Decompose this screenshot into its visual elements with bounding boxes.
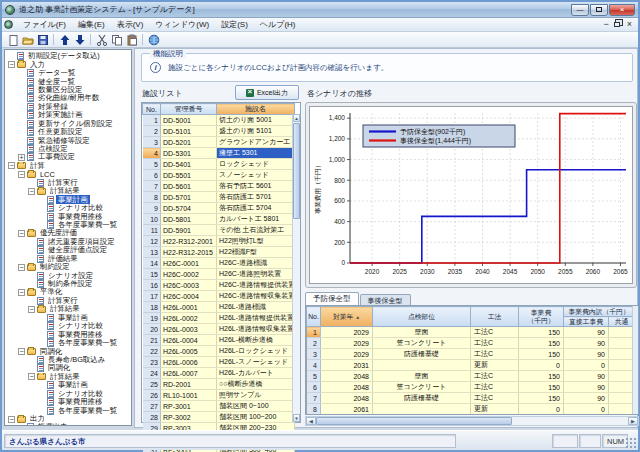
tree-item[interactable]: 緊急補修等設定: [5, 136, 131, 144]
tree-item[interactable]: −優先度評価: [5, 229, 131, 237]
scroll-up-icon[interactable]: ▲: [293, 114, 300, 122]
collapse-icon[interactable]: −: [18, 171, 25, 178]
facility-row[interactable]: 24H26L-0007H26L-カルバート: [143, 368, 295, 379]
tree-item[interactable]: −制約設定: [5, 263, 131, 271]
plan-col-method[interactable]: 工法: [471, 307, 519, 327]
facility-row[interactable]: 7DD-5601落石予防工 5601: [143, 181, 295, 192]
horizontal-scroll-thumb[interactable]: [316, 417, 512, 425]
facility-row[interactable]: 25RD-2001○○横断歩道橋: [143, 379, 295, 390]
menu-item[interactable]: ヘルプ(H): [254, 18, 302, 31]
tree-item[interactable]: 諸元重要度項目設定: [5, 238, 131, 246]
facility-row[interactable]: 26RL10-1001照明サンプル: [143, 390, 295, 401]
facility-row[interactable]: 20H26L-0003H26L-道路情報収集装置: [143, 324, 295, 335]
tree-item[interactable]: 更新サイクル個別設定: [5, 120, 131, 128]
facility-row[interactable]: 4DD-5301擁壁工 5301: [143, 148, 295, 159]
facility-col-id[interactable]: 管理番号: [161, 104, 217, 115]
facility-row[interactable]: 19H26L-0002H26L-道路情報提供装置: [143, 313, 295, 324]
plan-col-year[interactable]: 対策年 ▲: [321, 307, 373, 327]
tree-item[interactable]: 計算実行: [5, 179, 131, 187]
excel-export-button[interactable]: Excel出力: [235, 85, 299, 100]
tree-item[interactable]: 事業計画: [5, 195, 131, 203]
tree-item[interactable]: シナリオ比較: [5, 390, 131, 398]
tab-corrective[interactable]: 事後保全型: [360, 294, 411, 305]
plan-row[interactable]: 82061更新00: [307, 404, 635, 415]
facility-row[interactable]: 22H26L-0005H26L-ロックシェッド: [143, 346, 295, 357]
move-down-button[interactable]: [72, 33, 87, 47]
expand-icon[interactable]: +: [18, 154, 25, 161]
tree-item[interactable]: 数量区分設定: [5, 86, 131, 94]
collapse-icon[interactable]: −: [8, 416, 15, 423]
facility-row[interactable]: 12H22-R312-2001H22照明灯L型: [143, 236, 295, 247]
collapse-icon[interactable]: −: [8, 61, 15, 68]
plan-horizontal-scrollbar[interactable]: ◀ ▶: [305, 416, 639, 426]
tree-item[interactable]: 事業費用推移: [5, 330, 131, 338]
scroll-left-icon[interactable]: ◀: [306, 417, 316, 425]
menu-item[interactable]: 表示(V): [111, 18, 150, 31]
maximize-button[interactable]: [590, 4, 608, 16]
collapse-icon[interactable]: −: [18, 289, 25, 296]
tree-item[interactable]: 各年度事業費一覧: [5, 221, 131, 229]
collapse-icon[interactable]: −: [28, 373, 35, 380]
collapse-icon[interactable]: −: [18, 230, 25, 237]
facility-row[interactable]: 13H22-R312-2015H22標識F型: [143, 247, 295, 258]
resize-grip[interactable]: [625, 437, 637, 449]
facility-col-name[interactable]: 施設名: [217, 104, 295, 115]
tree-item[interactable]: シナリオ比較: [5, 204, 131, 212]
paste-button[interactable]: [124, 33, 139, 47]
facility-row[interactable]: 9DD-5704落石防護工 5704: [143, 203, 295, 214]
tree-item[interactable]: 評価結果: [5, 255, 131, 263]
facility-row[interactable]: 10DD-5801カルバート工 5801: [143, 214, 295, 225]
collapse-icon[interactable]: −: [28, 306, 35, 313]
mdi-restore-button[interactable]: [614, 22, 620, 27]
save-file-button[interactable]: [35, 33, 50, 47]
tree-item[interactable]: 各年度事業費一覧: [5, 339, 131, 347]
tree-item[interactable]: 長寿命/BG取込み: [5, 356, 131, 364]
tree-item[interactable]: −同調化: [5, 347, 131, 355]
tree-item[interactable]: 事業計画: [5, 381, 131, 389]
plan-col-common[interactable]: 共通: [609, 317, 635, 327]
menu-item[interactable]: ウィンドウ(W): [149, 18, 215, 31]
tree-item[interactable]: シナリオ設定: [5, 271, 131, 279]
facility-scrollbar[interactable]: ▲ ▼: [292, 114, 300, 422]
tree-item[interactable]: 劣化曲線/耐用年数: [5, 94, 131, 102]
plan-row[interactable]: 32029防護柵基礎工法C15090: [307, 349, 635, 360]
tree-item[interactable]: 各年度事業費一覧: [5, 406, 131, 414]
menu-item[interactable]: 設定(S): [215, 18, 254, 31]
tree-item[interactable]: 任意更新設定: [5, 128, 131, 136]
tree-item[interactable]: 点検設定: [5, 145, 131, 153]
tree-item[interactable]: −計算結果: [5, 305, 131, 313]
facility-row[interactable]: 11DD-5901その他 土石流対策工: [143, 225, 295, 236]
menu-item[interactable]: 編集(E): [72, 18, 111, 31]
facility-col-no[interactable]: No.: [143, 104, 161, 115]
plan-scrollbar[interactable]: [632, 306, 638, 414]
plan-col-no[interactable]: No.: [307, 307, 321, 327]
facility-row[interactable]: 6DD-5501スノーシェッド: [143, 170, 295, 181]
menu-item[interactable]: ファイル(F): [17, 18, 72, 31]
title-bar[interactable]: 道之助 事業計画策定システム - [サンプルデータ] — ×: [2, 2, 638, 18]
facility-row[interactable]: 28RP-3002舗装区間 100~200: [143, 412, 295, 423]
tree-item[interactable]: 事業費用推移: [5, 212, 131, 220]
new-file-button[interactable]: [5, 33, 20, 47]
scroll-down-icon[interactable]: ▼: [293, 414, 300, 422]
tree-item[interactable]: 同調化: [5, 364, 131, 372]
plan-col-breakdown[interactable]: 事業費内訳（千円）: [564, 307, 635, 317]
facility-row[interactable]: 14H26C-0001H26C-道路標識: [143, 258, 295, 269]
plan-col-part[interactable]: 点検部位: [373, 307, 471, 327]
tree-item[interactable]: −計算結果: [5, 373, 131, 381]
facility-row[interactable]: 3DD-5201グラウンドアンカー工 5201: [143, 137, 295, 148]
tree-item[interactable]: 対策実施計画: [5, 111, 131, 119]
tree-item[interactable]: −計算: [5, 162, 131, 170]
collapse-icon[interactable]: −: [28, 188, 35, 195]
close-button[interactable]: ×: [609, 4, 635, 16]
facility-row[interactable]: 27RP-3001舗装区間 0~100: [143, 401, 295, 412]
plan-row[interactable]: 12029壁面工法C15090: [307, 327, 635, 338]
copy-button[interactable]: [109, 33, 124, 47]
tree-item[interactable]: −入力: [5, 60, 131, 68]
tree-item[interactable]: シナリオ比較: [5, 322, 131, 330]
plan-col-cost[interactable]: 事業費 （千円）: [519, 307, 564, 327]
mdi-child-icon[interactable]: [4, 20, 13, 29]
tree-item[interactable]: −計算結果: [5, 187, 131, 195]
tree-item[interactable]: 事業費用推移: [5, 398, 131, 406]
facility-row[interactable]: 1DD-5001切土のり面 5001: [143, 115, 295, 126]
tree-item[interactable]: 制約条件設定: [5, 280, 131, 288]
